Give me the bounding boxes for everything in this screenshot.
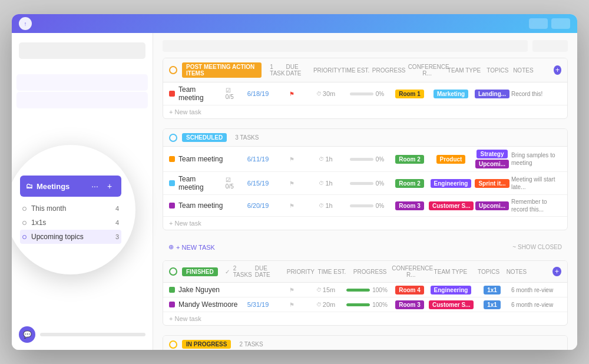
task-name: Mandy Westmoore xyxy=(169,300,240,309)
progress-pct: 100% xyxy=(372,302,388,308)
topic-tag: Landing... xyxy=(475,90,509,98)
task-color xyxy=(169,203,175,209)
new-task-text[interactable]: + NEW TASK xyxy=(176,244,215,251)
task-name: Team meeting ☑ 0/5 xyxy=(169,85,240,102)
item-dot xyxy=(22,221,27,225)
conf-room-tag: Room 2 xyxy=(395,155,424,164)
col-time: TIME EST. xyxy=(316,269,348,275)
section-in-progress: IN PROGRESS 2 TASKS Jessica Leighton 6/4… xyxy=(163,335,568,350)
sidebar-nav-item-1 xyxy=(16,74,148,91)
zoom-circle: 🗂 Meetings ··· + This month 4 xyxy=(12,145,135,274)
new-task-button[interactable]: + New task xyxy=(163,217,567,230)
notes-value: Bring samples to meeting xyxy=(511,152,555,166)
section-badge: POST MEETING ACTION ITEMS xyxy=(182,62,262,78)
col-header-topics: TOPICS xyxy=(482,67,513,74)
meetings-header: 🗂 Meetings ··· + xyxy=(20,176,121,197)
priority-flag: ⚑ xyxy=(289,180,294,187)
team-tag: Engineering xyxy=(431,286,472,294)
section-scheduled: SCHEDULED 3 TASKS Team meeting 6/11/19 ⚑… xyxy=(163,128,568,230)
meetings-dots-button[interactable]: ··· xyxy=(88,180,101,193)
col-header-team: TEAM TYPE xyxy=(446,67,482,74)
sidebar-item-this-month[interactable]: This month 4 xyxy=(20,201,121,216)
app-logo: ↑ xyxy=(19,17,32,30)
team-tag: Marketing xyxy=(434,90,468,98)
top-bar xyxy=(163,40,568,52)
app-window: ↑ 🗂 Meeting xyxy=(12,14,577,350)
main-content: POST MEETING ACTION ITEMS 1 TASK DUE DAT… xyxy=(153,33,577,350)
task-row[interactable]: Team meeting ☑ 0/5 6/18/19 ⚑ ⏱30m 0% Roo… xyxy=(163,82,567,105)
progress-pct: 0% xyxy=(376,203,384,209)
task-name: Team meeting xyxy=(169,155,240,163)
col-priority: PRIORITY xyxy=(286,269,316,275)
section-scheduled-header: SCHEDULED 3 TASKS xyxy=(163,129,567,147)
topic-tag: Strategy xyxy=(477,150,507,158)
col-header-priority: PRIORITY xyxy=(313,67,341,74)
task-row[interactable]: Team meeting 6/20/19 ⚑ ⏱1h 0% Room 3 Cus… xyxy=(163,195,567,217)
chat-button[interactable]: 💬 xyxy=(19,326,35,343)
col-header-progress: PROGRESS xyxy=(370,67,408,74)
conf-room-tag: Room 1 xyxy=(395,90,424,98)
meetings-title: 🗂 Meetings xyxy=(26,182,70,191)
date-value: 6/15/19 xyxy=(247,180,269,187)
topic-tag: Sprint it... xyxy=(475,179,509,188)
add-column-button[interactable]: + xyxy=(552,267,561,276)
maximize-button[interactable] xyxy=(551,18,570,29)
sidebar-nav-item-2 xyxy=(16,92,148,108)
task-row[interactable]: Jake Nguyen ⚑ ⏱15m 100% Room 4 Engineeri… xyxy=(163,283,567,297)
notes-value: Remember to record this... xyxy=(511,198,547,213)
section-post-meeting-header: POST MEETING ACTION ITEMS 1 TASK DUE DAT… xyxy=(163,58,567,82)
sidebar-item-1x1s[interactable]: 1x1s 4 xyxy=(20,216,121,230)
date-value: 6/11/19 xyxy=(247,155,269,163)
date-value: 6/18/19 xyxy=(247,90,269,97)
minimize-button[interactable] xyxy=(529,18,548,29)
sidebar-item-upcoming-topics[interactable]: Upcoming topics 3 xyxy=(20,230,121,244)
team-tag: Product xyxy=(436,155,466,164)
section-task-count: 1 TASK xyxy=(270,64,286,77)
clock-icon: ⏱ xyxy=(319,203,324,209)
topic-tag: 1x1 xyxy=(484,300,501,309)
clock-icon: ⏱ xyxy=(319,156,324,162)
notes-value: Meeting will start late... xyxy=(511,176,555,190)
sidebar: 🗂 Meetings ··· + This month 4 xyxy=(12,33,153,350)
breadcrumb-bar xyxy=(163,40,528,52)
col-header-date: DUE DATE xyxy=(286,64,310,77)
meetings-add-button[interactable]: + xyxy=(104,180,115,192)
section-status-dot xyxy=(169,66,177,74)
new-task-button[interactable]: + New task xyxy=(163,105,567,118)
folder-icon: 🗂 xyxy=(26,182,33,190)
task-row[interactable]: Mandy Westmoore 5/31/19 ⚑ ⏱20m 100% Room… xyxy=(163,297,567,312)
new-task-button[interactable]: + New task xyxy=(163,312,567,325)
section-badge: IN PROGRESS xyxy=(182,340,231,349)
team-tag: Engineering xyxy=(431,179,472,188)
meetings-actions: ··· + xyxy=(88,180,115,193)
priority-flag: ⚑ xyxy=(289,91,294,97)
topic-tag: Upcomi... xyxy=(475,201,509,210)
sidebar-top xyxy=(12,33,153,68)
add-column-button[interactable]: + xyxy=(554,65,561,75)
task-name: Jake Nguyen xyxy=(169,286,240,294)
col-notes: NOTES xyxy=(507,269,553,275)
conf-room-tag: Room 2 xyxy=(395,179,424,188)
add-task-icon[interactable]: ⊕ xyxy=(168,243,174,251)
show-closed-button[interactable]: ~ SHOW CLOSED xyxy=(512,244,562,250)
progress-pct: 0% xyxy=(376,91,384,97)
clock-icon: ⏱ xyxy=(316,302,322,307)
col-header-conf: CONFERENCE R... xyxy=(408,64,446,77)
section-task-count: 2 TASKS xyxy=(233,265,255,278)
date-value: 6/20/19 xyxy=(247,202,269,209)
task-row[interactable]: Team meeting 6/11/19 ⚑ ⏱1h 0% Room 2 Pro… xyxy=(163,147,567,172)
clock-icon: ⏱ xyxy=(316,91,322,97)
col-topics: TOPICS xyxy=(471,269,507,275)
notes-value: 6 month re-view xyxy=(511,302,553,308)
view-toggle xyxy=(532,40,568,52)
new-task-bar: ⊕ + NEW TASK ~ SHOW CLOSED xyxy=(163,240,568,254)
section-post-meeting: POST MEETING ACTION ITEMS 1 TASK DUE DAT… xyxy=(163,58,568,119)
section-task-count: 2 TASKS xyxy=(239,341,263,348)
topic-tag: 1x1 xyxy=(484,286,501,294)
section-finished: FINISHED ✓ 2 TASKS DUE DATE PRIORITY TIM… xyxy=(163,260,568,326)
progress-pct: 0% xyxy=(376,180,384,187)
sidebar-search-bar xyxy=(19,42,145,59)
task-row[interactable]: Team meeting ☑ 0/5 6/15/19 ⚑ ⏱1h 0% Room… xyxy=(163,172,567,195)
zoom-circle-inner: 🗂 Meetings ··· + This month 4 xyxy=(12,164,135,256)
app-body: 🗂 Meetings ··· + This month 4 xyxy=(12,33,577,350)
